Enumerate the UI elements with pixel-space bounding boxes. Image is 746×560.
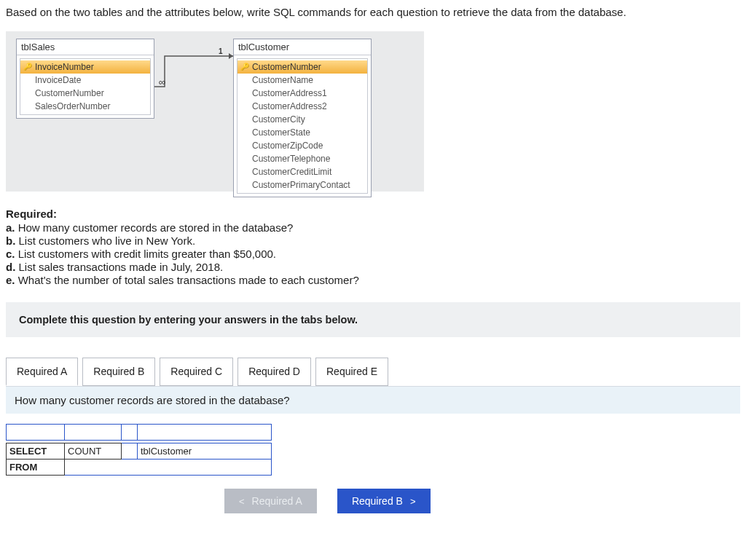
intro-text: Based on the two tables and the attribut… xyxy=(6,6,740,18)
field-customernumber-pk: 🔑CustomerNumber xyxy=(237,60,367,74)
field-customernumber: CustomerNumber xyxy=(20,87,150,100)
answer-grid: SELECT COUNT tblCustomer FROM xyxy=(6,424,272,476)
field-customerprimarycontact: CustomerPrimaryContact xyxy=(237,178,367,192)
req-c: c. List customers with credit limits gre… xyxy=(6,248,740,260)
chevron-left-icon: < xyxy=(239,496,245,507)
nav-buttons: < Required A Required B > xyxy=(6,489,740,513)
key-icon: 🔑 xyxy=(240,61,249,73)
field-customername: CustomerName xyxy=(237,74,367,87)
field-customercreditlimit: CustomerCreditLimit xyxy=(237,165,367,178)
question-bar: How many customer records are stored in … xyxy=(6,386,740,414)
table-tblcustomer: tblCustomer 🔑CustomerNumber CustomerName… xyxy=(233,39,372,197)
cell-r0c1[interactable] xyxy=(7,425,65,441)
cell-select[interactable]: SELECT xyxy=(7,443,65,460)
table-title-right: tblCustomer xyxy=(234,39,371,55)
tab-required-a[interactable]: Required A xyxy=(6,358,78,386)
tabs-row: Required A Required B Required C Require… xyxy=(6,358,740,386)
cell-r0c4[interactable] xyxy=(138,425,272,441)
field-customerstate: CustomerState xyxy=(237,126,367,139)
cell-from-value[interactable] xyxy=(65,460,272,476)
req-b: b. List customers who live in New York. xyxy=(6,234,740,247)
field-invoicenumber: 🔑InvoiceNumber xyxy=(20,60,150,74)
relationship-line xyxy=(154,52,233,94)
tab-required-b[interactable]: Required B xyxy=(82,358,155,386)
req-e: e. What's the number of total sales tran… xyxy=(6,274,740,286)
cell-from[interactable]: FROM xyxy=(7,460,65,476)
req-d: d. List sales transactions made in July,… xyxy=(6,261,740,273)
cell-r0c2[interactable] xyxy=(65,425,122,441)
required-block: Required: a. How many customer records a… xyxy=(6,208,740,286)
prev-label: Required A xyxy=(252,495,302,507)
cell-tblcustomer[interactable]: tblCustomer xyxy=(138,443,272,460)
req-a: a. How many customer records are stored … xyxy=(6,221,740,234)
cell-count[interactable]: COUNT xyxy=(65,443,122,460)
field-customerzipcode: CustomerZipCode xyxy=(237,139,367,152)
field-customercity: CustomerCity xyxy=(237,113,367,126)
table-tblsales: tblSales 🔑InvoiceNumber InvoiceDate Cust… xyxy=(16,39,154,119)
prev-button[interactable]: < Required A xyxy=(224,489,317,513)
chevron-right-icon: > xyxy=(410,496,416,507)
required-heading: Required: xyxy=(6,208,740,220)
field-customeraddress1: CustomerAddress1 xyxy=(237,87,367,100)
next-label: Required B xyxy=(352,495,403,507)
next-button[interactable]: Required B > xyxy=(337,489,431,513)
tab-required-c[interactable]: Required C xyxy=(160,358,233,386)
cell-r0c3[interactable] xyxy=(122,425,138,441)
instruction-bar: Complete this question by entering your … xyxy=(6,302,740,337)
cardinality-one: 1 xyxy=(219,47,223,55)
key-icon: 🔑 xyxy=(23,61,32,73)
cell-paren[interactable] xyxy=(122,443,138,460)
field-invoicedate: InvoiceDate xyxy=(20,74,150,87)
field-customertelephone: CustomerTelephone xyxy=(237,152,367,165)
tab-required-e[interactable]: Required E xyxy=(315,358,388,386)
cardinality-many: ∞ xyxy=(159,76,165,87)
table-title-left: tblSales xyxy=(17,39,154,55)
tab-required-d[interactable]: Required D xyxy=(237,358,311,386)
er-diagram: tblSales 🔑InvoiceNumber InvoiceDate Cust… xyxy=(6,31,424,192)
field-salesordernumber: SalesOrderNumber xyxy=(20,100,150,113)
field-customeraddress2: CustomerAddress2 xyxy=(237,100,367,113)
